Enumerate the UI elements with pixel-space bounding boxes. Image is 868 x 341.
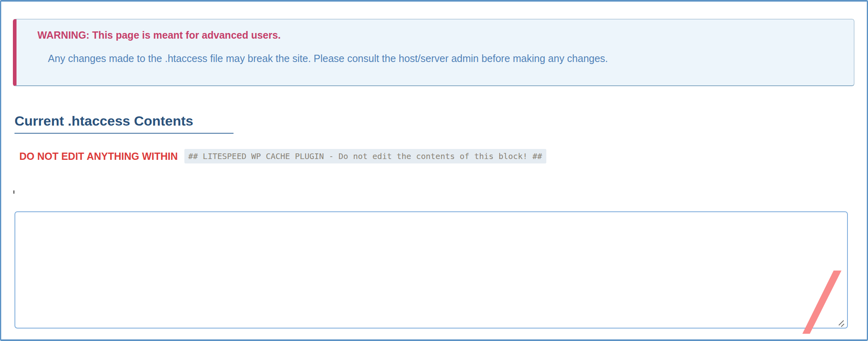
warning-title: WARNING: This page is meant for advanced… — [37, 29, 842, 41]
resize-grip-line-icon — [841, 324, 844, 327]
textarea-resize-handle[interactable] — [837, 319, 847, 328]
htaccess-editor-page: WARNING: This page is meant for advanced… — [0, 0, 868, 341]
do-not-edit-notice: DO NOT EDIT ANYTHING WITHIN ## LITESPEED… — [19, 149, 546, 163]
do-not-edit-label: DO NOT EDIT ANYTHING WITHIN — [19, 150, 178, 162]
litespeed-block-marker-code: ## LITESPEED WP CACHE PLUGIN - Do not ed… — [184, 149, 546, 163]
htaccess-content-textarea[interactable] — [14, 211, 848, 329]
advanced-users-warning-box: WARNING: This page is meant for advanced… — [13, 19, 854, 86]
warning-body-text: Any changes made to the .htaccess file m… — [48, 52, 842, 64]
current-htaccess-contents-heading: Current .htaccess Contents — [14, 113, 234, 134]
stray-mark — [13, 190, 14, 194]
